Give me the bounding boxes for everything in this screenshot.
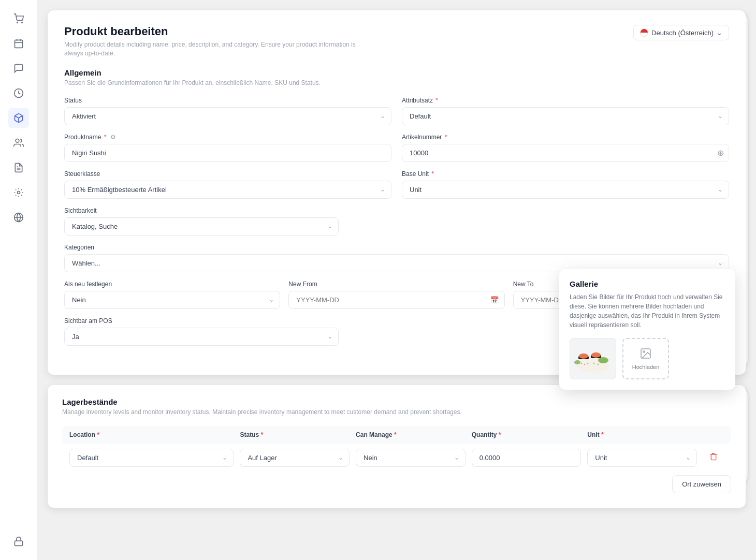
svg-point-22: [581, 363, 583, 364]
form-row-3: Steuerklasse 10% Ermäßigtbesteuerte Arti…: [64, 170, 729, 199]
produktname-field-group: Produktname * ⚙: [64, 134, 391, 162]
produktname-label: Produktname * ⚙: [64, 134, 391, 141]
status-select-wrapper: Aktiviert Deaktiviert ⌄: [64, 107, 391, 125]
kategorien-field-group: Kategorien Wählen... ⌄: [64, 244, 729, 272]
artikelnummer-add-button[interactable]: ⊕: [717, 148, 724, 158]
calendar-icon: 📅: [490, 296, 499, 304]
artikelnummer-input[interactable]: [402, 144, 729, 162]
row-can-manage-wrapper: Nein Ja ⌄: [356, 449, 466, 467]
general-section-title: Allgemein: [64, 68, 729, 77]
form-row-1: Status Aktiviert Deaktiviert ⌄ Attributs…: [64, 97, 729, 125]
row-can-manage-select[interactable]: Nein Ja: [356, 449, 466, 467]
svg-point-1: [21, 22, 22, 23]
attributsatz-field-group: Attributsatz * Default ⌄: [402, 97, 729, 125]
status-select[interactable]: Aktiviert Deaktiviert: [64, 107, 391, 125]
col-status: Status *: [240, 431, 350, 438]
svg-point-24: [587, 363, 589, 364]
page-subtitle: Modify product details including name, p…: [64, 40, 375, 58]
svg-rect-14: [14, 541, 22, 546]
sidebar-item-settings[interactable]: [8, 182, 29, 203]
language-label: Deutsch (Österreich): [651, 29, 714, 37]
row-status-select[interactable]: Auf Lager: [240, 449, 350, 467]
inventory-section-title: Lagerbestände: [62, 397, 731, 406]
sidebar-item-calendar[interactable]: [8, 33, 29, 54]
als-neu-select[interactable]: Nein Ja: [64, 291, 280, 309]
new-from-label: New From: [288, 281, 504, 288]
form-row-4: Sichtbarkeit Katalog, Suche ⌄: [64, 207, 339, 235]
sichtbar-pos-field-group: Sichtbar am POS Ja Nein ⌄: [64, 317, 339, 346]
page-title: Produkt bearbeiten: [64, 25, 375, 38]
gallery-image-1[interactable]: [570, 338, 616, 379]
artikelnummer-field-group: Artikelnummer * ⊕: [402, 134, 729, 162]
sichtbar-pos-select[interactable]: Ja Nein: [64, 328, 339, 346]
language-selector[interactable]: Deutsch (Österreich) ⌄: [633, 25, 729, 40]
sidebar-item-lock[interactable]: [8, 531, 29, 552]
sidebar-item-chat[interactable]: [8, 58, 29, 79]
als-neu-select-wrapper: Nein Ja ⌄: [64, 291, 280, 309]
header-text: Produkt bearbeiten Modify product detail…: [64, 25, 375, 58]
col-quantity: Quantity *: [472, 431, 581, 438]
base-unit-select[interactable]: Unit: [402, 181, 729, 199]
sichtbarkeit-field-group: Sichtbarkeit Katalog, Suche ⌄: [64, 207, 339, 235]
svg-rect-2: [14, 40, 22, 48]
inventory-table-header: Location * Status * Can Manage * Quantit…: [62, 426, 731, 444]
form-row-2: Produktname * ⚙ Artikelnummer * ⊕: [64, 134, 729, 162]
new-from-input[interactable]: [288, 291, 504, 309]
sichtbar-pos-label: Sichtbar am POS: [64, 317, 339, 325]
attributsatz-required: *: [434, 97, 438, 104]
steuerklasse-select[interactable]: 10% Ermäßigtbesteuerte Artikel: [64, 181, 391, 199]
gallery-tooltip-description: Laden Sie Bilder für Ihr Produkt hoch un…: [570, 292, 725, 330]
base-unit-select-wrapper: Unit ⌄: [402, 181, 729, 199]
svg-point-21: [591, 352, 601, 358]
form-row-5: Kategorien Wählen... ⌄: [64, 244, 729, 272]
svg-point-28: [574, 360, 580, 364]
sidebar-item-users[interactable]: [8, 132, 29, 153]
row-unit-wrapper: Unit ⌄: [587, 449, 697, 467]
new-from-input-wrapper: 📅: [288, 291, 504, 309]
attributsatz-select[interactable]: Default: [402, 107, 729, 125]
sidebar-item-cart[interactable]: [8, 8, 29, 29]
status-field-group: Status Aktiviert Deaktiviert ⌄: [64, 97, 391, 125]
inventory-section-subtitle: Manage inventory levels and monitor inve…: [62, 408, 731, 416]
row-quantity-input[interactable]: [472, 449, 581, 467]
inventory-card: Lagerbestände Manage inventory levels an…: [48, 385, 746, 508]
upload-label: Hochladen: [632, 364, 660, 370]
svg-point-8: [16, 139, 19, 143]
row-location-select[interactable]: Default: [69, 449, 234, 467]
gallery-upload-button[interactable]: Hochladen: [622, 338, 669, 379]
base-unit-field-group: Base Unit * Unit ⌄: [402, 170, 729, 199]
row-delete-button[interactable]: [703, 452, 724, 463]
kategorien-label: Kategorien: [64, 244, 729, 251]
sidebar-item-reports[interactable]: [8, 157, 29, 178]
row-location-wrapper: Default ⌄: [69, 449, 234, 467]
als-neu-label: Als neu festlegen: [64, 281, 280, 288]
sichtbarkeit-label: Sichtbarkeit: [64, 207, 339, 214]
sichtbarkeit-select[interactable]: Katalog, Suche: [64, 217, 339, 235]
sidebar-item-products[interactable]: [8, 108, 29, 128]
svg-point-20: [579, 353, 588, 359]
sidebar: [0, 0, 37, 560]
inventory-card-stack: Lagerbestände Manage inventory levels an…: [48, 385, 746, 508]
sidebar-item-clock[interactable]: [8, 83, 29, 104]
translate-icon[interactable]: ⚙: [110, 134, 116, 141]
gallery-tooltip-title: Gallerie: [570, 279, 725, 288]
row-status-wrapper: Auf Lager ⌄: [240, 449, 350, 467]
sichtbar-pos-select-wrapper: Ja Nein ⌄: [64, 328, 339, 346]
attributsatz-label: Attributsatz *: [402, 97, 729, 104]
main-content: Produkt bearbeiten Modify product detail…: [37, 0, 756, 560]
new-from-field-group: New From 📅: [288, 281, 504, 309]
produktname-input[interactable]: [64, 144, 391, 162]
steuerklasse-field-group: Steuerklasse 10% Ermäßigtbesteuerte Arti…: [64, 170, 391, 199]
svg-point-27: [598, 357, 608, 363]
sidebar-item-globe[interactable]: [8, 207, 29, 228]
row-unit-select[interactable]: Unit: [587, 449, 697, 467]
svg-point-26: [598, 364, 599, 365]
attributsatz-select-wrapper: Default ⌄: [402, 107, 729, 125]
steuerklasse-select-wrapper: 10% Ermäßigtbesteuerte Artikel ⌄: [64, 181, 391, 199]
svg-point-30: [643, 351, 645, 352]
sichtbarkeit-select-wrapper: Katalog, Suche ⌄: [64, 217, 339, 235]
gallery-images-container: Hochladen: [570, 338, 725, 379]
status-label: Status: [64, 97, 391, 104]
add-location-button[interactable]: Ort zuweisen: [672, 475, 731, 493]
col-location: Location *: [69, 431, 234, 438]
